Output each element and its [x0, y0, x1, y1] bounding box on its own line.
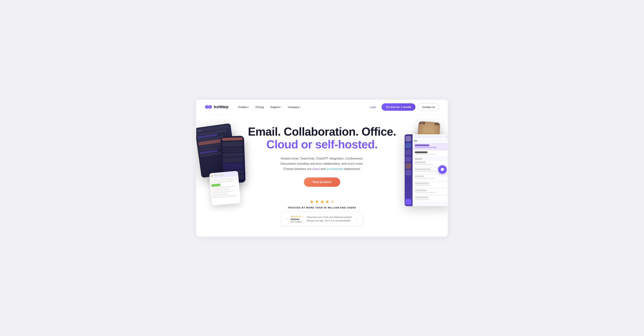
cloud-link[interactable]: cloud [312, 167, 320, 170]
support-chevron-icon: ▾ [280, 106, 281, 108]
hero-title-line1: Email. Collaboration. Office. [232, 125, 412, 138]
product-chevron-icon: ▾ [248, 106, 249, 108]
hero-content: Email. Collaboration. Office. Cloud or s… [196, 125, 448, 232]
page-wrapper: IceWarp Product ▾ Pricing Support ▾ Comp… [196, 100, 448, 237]
nav-links: Product ▾ Pricing Support ▾ Company ▾ [236, 104, 366, 110]
gartner-card: ‹ ★ ★ ★ ★ ★ Gartner [281, 212, 363, 226]
star-2: ★ [315, 199, 319, 204]
g-star-5: ★ [302, 215, 304, 218]
nav-product[interactable]: Product ▾ [236, 104, 252, 110]
logo-icon [205, 104, 212, 109]
gartner-next-icon[interactable]: › [356, 216, 358, 221]
try-free-button[interactable]: Try free for 1 month [382, 103, 416, 111]
video-time: 9:11 [435, 123, 440, 125]
g-star-1: ★ [291, 215, 293, 218]
hero-title-line2: Cloud or self-hosted. [232, 138, 412, 151]
star-4: ★ [325, 199, 329, 204]
trust-section: ★ ★ ★ ★ ★ TRUSTED BY MORE THAN 50 MILLIO… [232, 199, 412, 232]
on-premises-link[interactable]: on-premises [326, 167, 344, 170]
star-1: ★ [310, 199, 314, 204]
gartner-prev-icon[interactable]: ‹ [286, 216, 288, 221]
rating-stars: ★ ★ ★ ★ ★ [232, 199, 412, 204]
brand-name: IceWarp [214, 105, 228, 109]
nav-support[interactable]: Support ▾ [268, 104, 284, 110]
trust-label: TRUSTED BY MORE THAN 50 MILLION END USER… [232, 206, 412, 209]
gartner-logo: ★ ★ ★ ★ ★ Gartner peer insights. [291, 215, 304, 223]
gartner-brand-text: Gartner peer insights. [291, 218, 304, 223]
g-star-2: ★ [294, 215, 296, 218]
and-text: and [320, 167, 326, 170]
g-star-4: ★ [299, 215, 301, 218]
hero-description: Hosted email, TeamChat, ChatGPT integrat… [272, 156, 372, 172]
navbar: IceWarp Product ▾ Pricing Support ▾ Comp… [196, 100, 448, 115]
nav-company[interactable]: Company ▾ [285, 104, 303, 110]
nav-actions: Login Try free for 1 month Contact us [366, 103, 439, 111]
company-chevron-icon: ▾ [300, 106, 301, 108]
star-5: ★ [330, 199, 334, 204]
video-badge: ●REC [419, 122, 425, 124]
hero-section: Email. Collaboration. Office. Cloud or s… [196, 115, 448, 237]
contact-button[interactable]: Contact us [418, 103, 439, 111]
logo[interactable]: IceWarp [205, 104, 228, 109]
gartner-rating-stars: ★ ★ ★ ★ ★ [291, 215, 304, 218]
star-3: ★ [320, 199, 324, 204]
view-product-button[interactable]: View product [304, 177, 340, 187]
gartner-quote: They have one of the best Webmail soluti… [307, 215, 354, 222]
login-button[interactable]: Login [366, 104, 380, 110]
nav-pricing[interactable]: Pricing [253, 104, 266, 110]
g-star-3: ★ [296, 215, 298, 218]
